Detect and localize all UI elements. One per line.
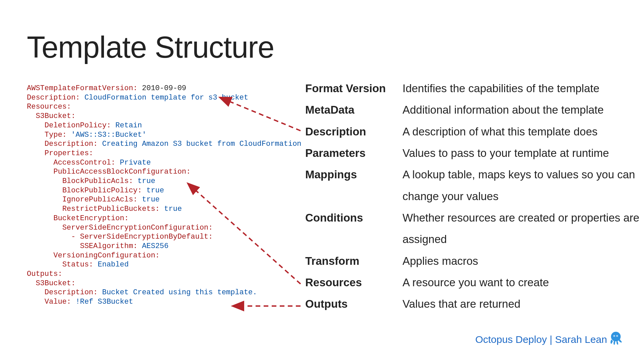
code-line: Description: Creating Amazon S3 bucket f… — [27, 139, 302, 149]
definition-row: Format VersionIdentifies the capabilitie… — [305, 78, 644, 99]
definition-row: ConditionsWhether resources are created … — [305, 207, 644, 250]
definition-term: Format Version — [305, 78, 402, 99]
code-line: Description: CloudFormation template for… — [27, 93, 302, 103]
definition-term: Outputs — [305, 293, 402, 315]
definitions-list: Format VersionIdentifies the capabilitie… — [305, 78, 644, 315]
definition-description: Additional information about the templat… — [402, 99, 644, 121]
definition-row: MappingsA lookup table, maps keys to val… — [305, 164, 644, 207]
code-line: BucketEncryption: — [27, 214, 302, 223]
slide-title: Template Structure — [27, 30, 274, 65]
definition-description: Applies macros — [402, 250, 644, 272]
code-line: PublicAccessBlockConfiguration: — [27, 167, 302, 177]
definition-row: OutputsValues that are returned — [305, 293, 644, 315]
definition-row: ParametersValues to pass to your templat… — [305, 142, 644, 164]
definition-row: ResourcesA resource you want to create — [305, 272, 644, 293]
footer-text: Octopus Deploy | Sarah Lean — [475, 334, 607, 345]
code-line: ServerSideEncryptionConfiguration: — [27, 223, 302, 233]
code-line: Status: Enabled — [27, 260, 302, 269]
definition-description: A description of what this template does — [402, 121, 644, 142]
code-line: BlockPublicAcls: true — [27, 177, 302, 186]
definition-term: Resources — [305, 272, 402, 293]
definition-term: Mappings — [305, 164, 402, 185]
definition-row: MetaDataAdditional information about the… — [305, 99, 644, 121]
definition-term: Description — [305, 121, 402, 142]
code-line: VersioningConfiguration: — [27, 251, 302, 260]
definition-row: TransformApplies macros — [305, 250, 644, 272]
code-line: Value: !Ref S3Bucket — [27, 297, 302, 307]
code-line: Type: 'AWS::S3::Bucket' — [27, 130, 302, 140]
code-line: - ServerSideEncryptionByDefault: — [27, 232, 302, 242]
definition-description: Whether resources are created or propert… — [402, 207, 644, 250]
definition-description: Values to pass to your template at runti… — [402, 142, 644, 164]
code-line: Properties: — [27, 149, 302, 158]
definition-description: A lookup table, maps keys to values so y… — [402, 164, 644, 207]
code-line: AccessControl: Private — [27, 158, 302, 168]
code-line: IgnorePublicAcls: true — [27, 195, 302, 204]
definition-term: MetaData — [305, 99, 402, 121]
code-line: SSEAlgorithm: AES256 — [27, 242, 302, 251]
svg-point-8 — [617, 336, 618, 336]
definition-description: Values that are returned — [402, 293, 644, 315]
code-line: RestrictPublicBuckets: true — [27, 204, 302, 214]
code-line: Description: Bucket Created using this t… — [27, 288, 302, 297]
svg-point-7 — [614, 336, 614, 336]
code-example: AWSTemplateFormatVersion: 2010-09-09Desc… — [27, 84, 302, 307]
definition-description: A resource you want to create — [402, 272, 644, 293]
code-line: DeletionPolicy: Retain — [27, 121, 302, 130]
footer-byline: Octopus Deploy | Sarah Lean — [475, 334, 607, 345]
code-line: Outputs: — [27, 269, 302, 279]
definition-row: DescriptionA description of what this te… — [305, 121, 644, 142]
definition-term: Parameters — [305, 142, 402, 164]
code-line: BlockPublicPolicy: true — [27, 186, 302, 195]
code-line: S3Bucket: — [27, 279, 302, 288]
octopus-logo-icon — [608, 330, 624, 346]
definition-term: Conditions — [305, 207, 402, 229]
definition-term: Transform — [305, 250, 402, 272]
definition-description: Identifies the capabilities of the templ… — [402, 78, 644, 99]
code-line: AWSTemplateFormatVersion: 2010-09-09 — [27, 84, 302, 93]
code-line: Resources: — [27, 102, 302, 112]
code-line: S3Bucket: — [27, 112, 302, 121]
